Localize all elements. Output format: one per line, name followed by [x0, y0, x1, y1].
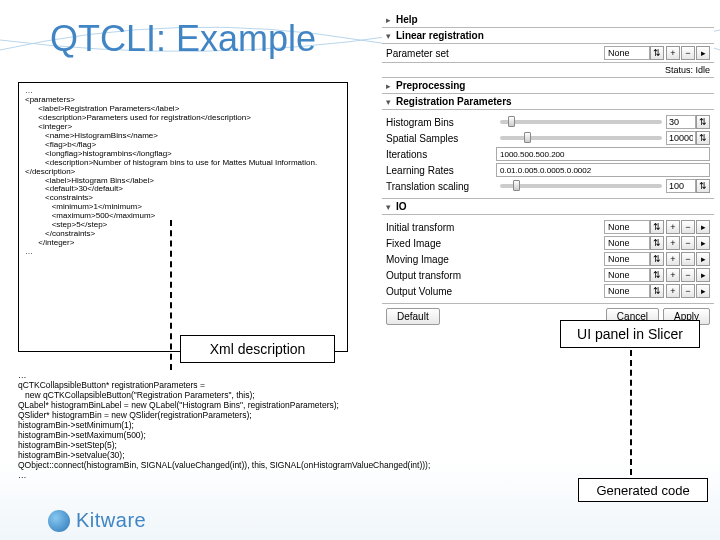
generated-code-label: Generated code	[578, 478, 708, 502]
slide-title: QTCLI: Example	[50, 18, 316, 60]
status-text: Status: Idle	[382, 63, 714, 78]
help-collapsible[interactable]: ▸Help	[382, 12, 714, 28]
updown-icon[interactable]: ⇅	[650, 220, 664, 234]
fixed-image-select[interactable]: None	[604, 236, 650, 250]
updown-icon[interactable]: ⇅	[650, 268, 664, 282]
parameter-set-select[interactable]: None	[604, 46, 650, 60]
translation-scaling-spinner[interactable]	[666, 179, 696, 193]
kitware-logo: Kitware	[48, 509, 146, 532]
plus-button[interactable]: +	[666, 46, 680, 60]
linear-registration-collapsible[interactable]: ▾Linear registration	[382, 28, 714, 44]
default-button[interactable]: Default	[386, 308, 440, 325]
updown-icon[interactable]: ⇅	[650, 252, 664, 266]
spin-icon[interactable]: ⇅	[696, 179, 710, 193]
xml-description-label: Xml description	[180, 335, 335, 363]
minus-button[interactable]: −	[681, 46, 695, 60]
chevron-down-icon: ▾	[386, 202, 396, 212]
preprocessing-collapsible[interactable]: ▸Preprocessing	[382, 78, 714, 94]
io-body: Initial transformNone⇅+−▸ Fixed ImageNon…	[382, 215, 714, 304]
output-transform-select[interactable]: None	[604, 268, 650, 282]
chevron-right-icon: ▸	[386, 81, 396, 91]
spatial-samples-spinner[interactable]	[666, 131, 696, 145]
spatial-samples-slider[interactable]	[500, 136, 662, 140]
registration-parameters-body: Histogram Bins⇅ Spatial Samples⇅ Iterati…	[382, 110, 714, 199]
arrow-to-code	[170, 220, 172, 370]
registration-parameters-collapsible[interactable]: ▾Registration Parameters	[382, 94, 714, 110]
ui-panel-label: UI panel in Slicer	[560, 320, 700, 348]
chevron-down-icon: ▾	[386, 31, 396, 41]
output-volume-select[interactable]: None	[604, 284, 650, 298]
histogram-bins-spinner[interactable]	[666, 115, 696, 129]
iterations-field[interactable]: 1000.500.500.200	[496, 147, 710, 161]
translation-scaling-slider[interactable]	[500, 184, 662, 188]
right-button[interactable]: ▸	[696, 46, 710, 60]
updown-icon[interactable]: ⇅	[650, 46, 664, 60]
updown-icon[interactable]: ⇅	[650, 236, 664, 250]
moving-image-select[interactable]: None	[604, 252, 650, 266]
spin-icon[interactable]: ⇅	[696, 131, 710, 145]
kitware-icon	[48, 510, 70, 532]
updown-icon[interactable]: ⇅	[650, 284, 664, 298]
histogram-bins-slider[interactable]	[500, 120, 662, 124]
slicer-ui-panel: ▸Help ▾Linear registration Parameter set…	[382, 12, 714, 329]
initial-transform-select[interactable]: None	[604, 220, 650, 234]
parameter-set-row: Parameter set None ⇅ +−▸	[382, 44, 714, 63]
learning-rates-field[interactable]: 0.01.0.005.0.0005.0.0002	[496, 163, 710, 177]
arrow-to-ui	[630, 350, 632, 475]
spin-icon[interactable]: ⇅	[696, 115, 710, 129]
chevron-down-icon: ▾	[386, 97, 396, 107]
chevron-right-icon: ▸	[386, 15, 396, 25]
xml-description-box: … <parameters> <label>Registration Param…	[18, 82, 348, 352]
io-collapsible[interactable]: ▾IO	[382, 199, 714, 215]
generated-code-box: … qCTKCollapsibleButton* registrationPar…	[18, 370, 538, 480]
